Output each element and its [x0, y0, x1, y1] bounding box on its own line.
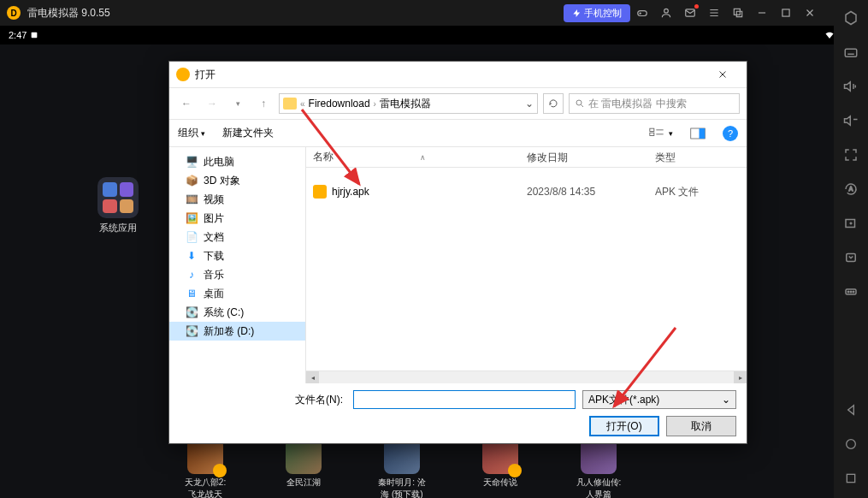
volume-down-icon	[843, 113, 859, 128]
hexagon-icon	[843, 10, 859, 26]
android-recent-button[interactable]	[841, 469, 860, 488]
nav-up-button[interactable]: ↑	[253, 93, 274, 114]
svg-point-1	[664, 9, 669, 13]
android-home-button[interactable]	[841, 435, 860, 454]
dialog-logo-icon	[176, 68, 190, 81]
tree-item-drive-d[interactable]: 💽新加卷 (D:)	[169, 322, 305, 341]
sidebar-volume-down-button[interactable]	[841, 111, 860, 130]
filename-input[interactable]	[353, 390, 576, 409]
tree-item-video[interactable]: 🎞️视频	[169, 190, 305, 209]
cancel-button[interactable]: 取消	[666, 416, 736, 436]
tree-item-image[interactable]: 🖼️图片	[169, 209, 305, 228]
dialog-titlebar: 打开	[169, 62, 747, 87]
file-open-dialog: 打开 ← → ▾ ↑ « Firedownload › 雷电模拟器 ⌄ 在 雷电…	[168, 61, 747, 444]
tree-item-drive-c[interactable]: 💽系统 (C:)	[169, 303, 305, 322]
app-title: 雷电模拟器 9.0.55	[27, 6, 110, 21]
android-back-button[interactable]	[841, 400, 860, 419]
list-view-icon	[649, 127, 666, 139]
close-button[interactable]	[798, 1, 822, 25]
dialog-footer: 文件名(N): APK文件(*.apk)⌄ 打开(O) 取消	[169, 383, 747, 443]
sync-icon	[843, 250, 859, 265]
svg-rect-22	[700, 128, 706, 139]
help-button[interactable]: ?	[723, 126, 738, 141]
refresh-icon	[548, 98, 558, 109]
sidebar-refresh-button[interactable]: A	[841, 180, 860, 199]
column-type[interactable]: 类型	[648, 147, 747, 167]
address-breadcrumb[interactable]: « Firedownload › 雷电模拟器 ⌄	[279, 93, 538, 114]
tree-item-3d[interactable]: 📦3D 对象	[169, 171, 305, 190]
column-name[interactable]: 名称∧	[306, 147, 520, 167]
folder-tree: 🖥️此电脑 📦3D 对象 🎞️视频 🖼️图片 📄文档 ⬇下载 ♪音乐 🖥桌面 💽…	[169, 147, 306, 383]
right-toolbar: A	[834, 0, 868, 498]
dialog-close-button[interactable]	[706, 62, 740, 87]
dock-app[interactable]: 全民江湖	[278, 438, 329, 489]
popout-button[interactable]	[726, 1, 750, 25]
svg-point-14	[850, 291, 852, 293]
filename-label: 文件名(N):	[295, 393, 343, 407]
organize-button[interactable]: 组织 ▾	[178, 126, 205, 140]
nav-back-button[interactable]: ←	[176, 93, 197, 114]
emulator-titlebar: D 雷电模拟器 9.0.55 手机控制	[0, 0, 868, 26]
menu-button[interactable]	[702, 1, 726, 25]
close-icon	[717, 69, 728, 80]
search-input[interactable]: 在 雷电模拟器 中搜索	[569, 93, 740, 114]
popout-icon	[732, 7, 744, 19]
keyboard-icon	[843, 44, 859, 60]
tree-item-music[interactable]: ♪音乐	[169, 265, 305, 284]
account-button[interactable]	[654, 1, 678, 25]
sidebar-fullscreen-button[interactable]	[841, 145, 860, 164]
dialog-nav: ← → ▾ ↑ « Firedownload › 雷电模拟器 ⌄ 在 雷电模拟器…	[169, 87, 747, 120]
horizontal-scrollbar[interactable]: ◂ ▸	[306, 371, 747, 383]
dock-app[interactable]: 凡人修仙传: 人界篇	[573, 438, 624, 498]
more-icon	[843, 284, 859, 299]
fullscreen-icon	[843, 147, 859, 163]
tree-item-desktop[interactable]: 🖥桌面	[169, 284, 305, 303]
nav-forward-button[interactable]: →	[202, 93, 222, 114]
phone-control-button[interactable]: 手机控制	[564, 4, 630, 22]
sidebar-sync-button[interactable]	[841, 248, 860, 267]
open-button[interactable]: 打开(O)	[589, 416, 659, 436]
square-recent-icon	[844, 471, 858, 485]
dialog-title: 打开	[195, 68, 216, 82]
folder-icon	[283, 98, 297, 110]
preview-pane-button[interactable]	[690, 127, 706, 139]
tree-item-pc[interactable]: 🖥️此电脑	[169, 152, 305, 171]
sidebar-hexagon-button[interactable]	[841, 9, 860, 27]
svg-rect-4	[782, 9, 789, 16]
apk-icon	[313, 185, 327, 199]
view-mode-button[interactable]: ▾	[649, 127, 673, 139]
drive-icon: 💽	[185, 324, 198, 338]
dock-app[interactable]: 天龙八部2: 飞龙战天	[180, 438, 231, 498]
dock-app[interactable]: 天命传说	[475, 438, 526, 489]
sidebar-keyboard-button[interactable]	[841, 43, 860, 62]
svg-rect-19	[650, 128, 654, 131]
svg-rect-0	[638, 11, 647, 16]
refresh-button[interactable]	[543, 93, 564, 114]
svg-rect-8	[845, 49, 857, 56]
tree-item-doc[interactable]: 📄文档	[169, 228, 305, 246]
sidebar-multiwindow-button[interactable]	[841, 214, 860, 233]
system-apps-folder[interactable]: 系统应用	[92, 177, 144, 234]
tree-item-download[interactable]: ⬇下载	[169, 246, 305, 265]
minimize-button[interactable]	[750, 1, 774, 25]
svg-rect-17	[847, 474, 854, 482]
cube-icon: 📦	[185, 174, 198, 187]
multi-window-icon	[843, 216, 859, 231]
maximize-button[interactable]	[774, 1, 798, 25]
scroll-left-button[interactable]: ◂	[306, 371, 319, 383]
sidebar-more-button[interactable]	[841, 282, 860, 301]
sidebar-volume-up-button[interactable]	[841, 77, 860, 96]
mail-button[interactable]	[678, 1, 702, 25]
gamepad-button[interactable]	[630, 1, 654, 25]
dock-app[interactable]: 秦时明月: 沧海 (预下载)	[376, 438, 428, 498]
file-type-filter[interactable]: APK文件(*.apk)⌄	[582, 390, 736, 409]
mail-icon	[684, 7, 696, 19]
scroll-right-button[interactable]: ▸	[734, 371, 747, 383]
column-date[interactable]: 修改日期	[520, 147, 648, 167]
app-logo-icon: D	[7, 6, 21, 20]
nav-history-button[interactable]: ▾	[227, 93, 248, 114]
new-folder-button[interactable]: 新建文件夹	[222, 126, 274, 140]
file-row[interactable]: hjrjy.apk 2023/8/8 14:35 APK 文件	[306, 181, 747, 202]
search-icon	[575, 98, 585, 109]
triangle-back-icon	[844, 403, 858, 417]
